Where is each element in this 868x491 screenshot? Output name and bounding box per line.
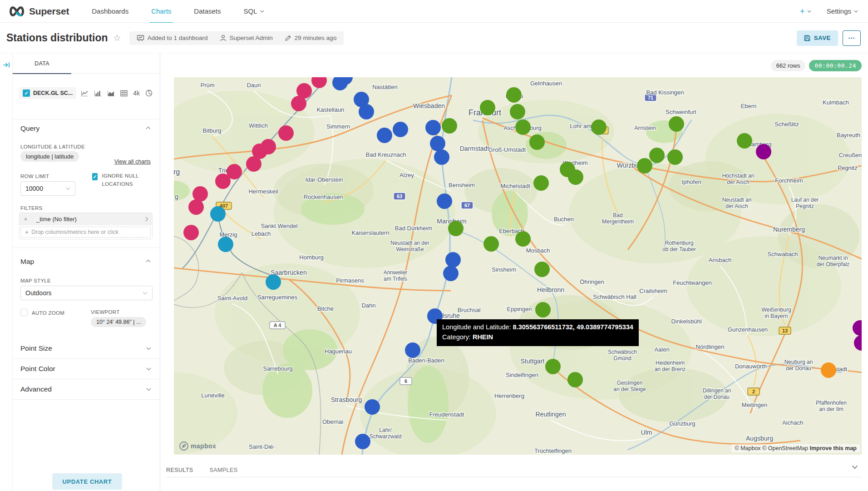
- tab-data[interactable]: DATA: [13, 54, 71, 74]
- map-data-point[interactable]: [667, 149, 683, 165]
- map-city-label: Bruchsal: [458, 307, 481, 313]
- query-collapse-icon[interactable]: [146, 126, 151, 129]
- map-data-point[interactable]: [529, 134, 545, 150]
- ignore-null-checkbox[interactable]: ✓: [92, 173, 98, 180]
- map-data-point[interactable]: [355, 434, 370, 449]
- map-data-point[interactable]: [568, 169, 583, 185]
- last-modified[interactable]: 29 minutes ago: [285, 35, 336, 41]
- tooltip-category-label: Category:: [442, 333, 473, 341]
- map-data-point[interactable]: [377, 128, 392, 143]
- map-data-point[interactable]: [183, 225, 199, 240]
- map-data-point[interactable]: [545, 359, 561, 374]
- nav-dashboards[interactable]: Dashboards: [90, 0, 130, 23]
- map-data-point[interactable]: [425, 120, 441, 135]
- map-data-point[interactable]: [210, 206, 226, 222]
- map-data-point[interactable]: [365, 399, 380, 415]
- map-city-label: Gelnhausen: [530, 80, 562, 87]
- map-data-point[interactable]: [442, 118, 457, 134]
- map-data-point[interactable]: [515, 231, 531, 247]
- bar-chart-icon[interactable]: [94, 90, 102, 97]
- collapse-results-icon[interactable]: [852, 465, 858, 469]
- section-point-color[interactable]: Point Color: [13, 359, 160, 379]
- update-chart-button[interactable]: UPDATE CHART: [52, 473, 122, 490]
- save-button[interactable]: SAVE: [797, 30, 838, 46]
- map-data-point[interactable]: [448, 221, 464, 236]
- chart-owner[interactable]: Superset Admin: [220, 35, 273, 41]
- dashboards-count[interactable]: Added to 1 dashboard: [137, 35, 208, 42]
- map-data-point[interactable]: [756, 144, 771, 159]
- map-data-point[interactable]: [591, 119, 607, 135]
- map-data-point[interactable]: [359, 104, 374, 119]
- map-data-point[interactable]: [218, 237, 233, 252]
- map-data-point[interactable]: [821, 362, 836, 378]
- ignore-null-label[interactable]: IGNORE NULL LOCATIONS: [102, 172, 156, 188]
- big-number-icon[interactable]: 4k: [133, 89, 140, 97]
- map-data-point[interactable]: [278, 125, 294, 141]
- map-data-point[interactable]: [266, 274, 281, 290]
- map-data-point[interactable]: [480, 100, 495, 115]
- map-data-point[interactable]: [649, 148, 665, 163]
- tab-results[interactable]: RESULTS: [166, 467, 193, 473]
- nav-datasets[interactable]: Datasets: [192, 0, 222, 23]
- favorite-star-icon[interactable]: ☆: [113, 33, 121, 43]
- deckgl-map[interactable]: 40763672671132A 46 PrümDaunNastättenGeln…: [174, 77, 862, 455]
- superset-logo[interactable]: Superset: [8, 5, 69, 17]
- map-data-point[interactable]: [434, 149, 449, 165]
- viewport-chip[interactable]: 10° 24' 49.86" | ...: [91, 317, 146, 327]
- map-data-point[interactable]: [510, 104, 525, 119]
- pie-chart-icon[interactable]: [145, 89, 153, 97]
- filter-chip[interactable]: × _time (No filter): [20, 213, 152, 225]
- map-canvas[interactable]: 40763672671132A 46 PrümDaunNastättenGeln…: [174, 77, 862, 455]
- map-data-point[interactable]: [246, 156, 261, 172]
- section-point-size[interactable]: Point Size: [13, 338, 160, 359]
- filter-drop-zone[interactable]: + Drop columns/metrics here or click: [21, 227, 151, 238]
- map-city-label: Eppingen: [507, 306, 532, 312]
- map-style-select[interactable]: Outdoors: [20, 286, 153, 300]
- row-limit-select[interactable]: 10000: [20, 181, 75, 196]
- map-data-point[interactable]: [483, 236, 499, 252]
- nav-sql[interactable]: SQL: [242, 0, 266, 23]
- map-city-label: Freudenstadt: [429, 411, 464, 418]
- tab-samples[interactable]: SAMPLES: [210, 467, 238, 473]
- map-data-point[interactable]: [506, 87, 522, 103]
- expand-panel-icon[interactable]: [2, 61, 10, 69]
- map-data-point[interactable]: [437, 193, 452, 209]
- map-data-point[interactable]: [534, 262, 550, 277]
- map-data-point[interactable]: [215, 174, 231, 189]
- nav-charts[interactable]: Charts: [149, 0, 173, 23]
- new-item-menu[interactable]: +: [800, 6, 811, 16]
- auto-zoom-checkbox[interactable]: [20, 309, 28, 316]
- map-collapse-icon[interactable]: [146, 259, 151, 263]
- map-city-label: Crailsheim: [639, 288, 667, 294]
- map-data-point[interactable]: [192, 186, 208, 202]
- map-data-point[interactable]: [515, 119, 531, 135]
- map-data-point[interactable]: [188, 199, 204, 215]
- map-data-point[interactable]: [430, 136, 445, 151]
- map-data-point[interactable]: [669, 116, 684, 132]
- table-icon[interactable]: [120, 90, 128, 97]
- auto-zoom-label[interactable]: AUTO ZOOM: [32, 309, 64, 317]
- line-chart-icon[interactable]: [81, 90, 89, 97]
- settings-menu[interactable]: Settings: [827, 7, 858, 15]
- map-data-point[interactable]: [533, 175, 549, 191]
- improve-map-link[interactable]: Improve this map: [810, 445, 857, 451]
- map-data-point[interactable]: [443, 266, 459, 281]
- section-advanced[interactable]: Advanced: [13, 379, 160, 400]
- map-data-point[interactable]: [393, 122, 408, 137]
- mapbox-logo[interactable]: mapbox: [179, 441, 216, 451]
- map-data-point[interactable]: [535, 302, 551, 317]
- lonlat-chip[interactable]: longitude | latitude: [20, 151, 79, 162]
- viz-type-selected[interactable]: ✓ DECK.GL SC...: [19, 87, 76, 99]
- map-city-label: Bad: [613, 212, 622, 218]
- query-timer-badge: 00:00:00.24: [809, 60, 862, 71]
- map-data-point[interactable]: [445, 252, 461, 268]
- more-options-button[interactable]: ···: [843, 30, 861, 46]
- map-data-point[interactable]: [737, 133, 752, 149]
- map-data-point[interactable]: [291, 96, 306, 111]
- map-data-point[interactable]: [637, 158, 652, 174]
- map-data-point[interactable]: [567, 372, 583, 387]
- remove-filter-icon[interactable]: ×: [20, 216, 32, 223]
- area-chart-icon[interactable]: [107, 90, 115, 97]
- map-data-point[interactable]: [405, 342, 420, 358]
- view-all-charts-link[interactable]: View all charts: [114, 159, 151, 165]
